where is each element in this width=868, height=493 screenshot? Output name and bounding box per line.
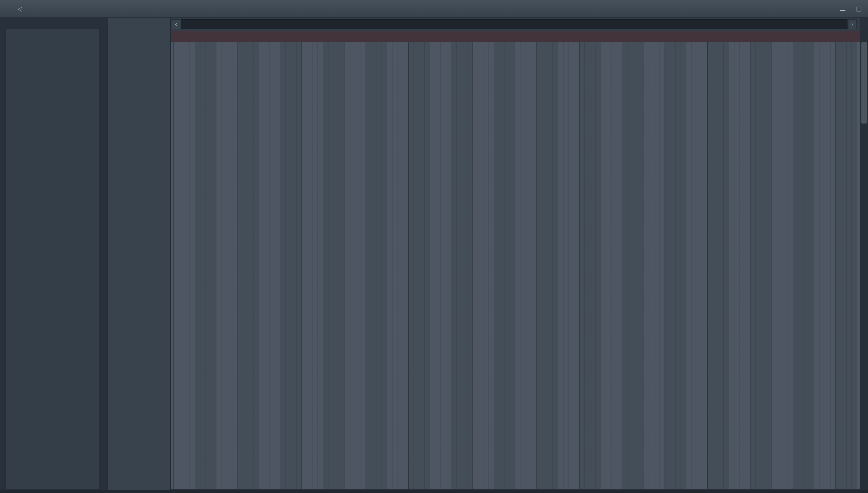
pattern-picker-toolbar (6, 29, 99, 42)
minimap-scrollbar[interactable] (181, 19, 847, 29)
window-title: ◁ (18, 5, 39, 12)
scroll-right-arrow[interactable]: › (848, 19, 856, 29)
speaker-icon: ◁ (18, 5, 22, 12)
fl-studio-window: ◁ ‹ › (0, 0, 868, 493)
playlist-grid[interactable] (171, 42, 860, 489)
track-list-panel (107, 18, 171, 490)
vertical-scrollbar-thumb[interactable] (861, 42, 867, 124)
minimize-button[interactable] (839, 5, 846, 13)
bottom-edge (0, 490, 868, 493)
scroll-left-arrow[interactable]: ‹ (172, 19, 180, 29)
vertical-scrollbar[interactable] (860, 31, 868, 490)
timeline-ruler[interactable] (171, 31, 860, 42)
window-controls (839, 0, 863, 18)
pattern-picker-panel (5, 29, 100, 489)
title-bar: ◁ (0, 0, 868, 18)
maximize-button[interactable] (855, 5, 863, 13)
playlist-lanes (171, 42, 860, 489)
